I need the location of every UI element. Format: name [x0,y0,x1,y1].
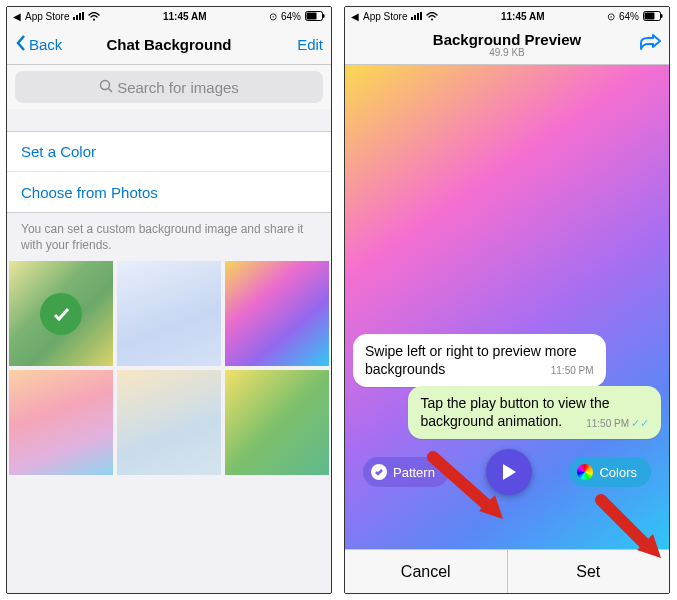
svg-point-6 [431,18,433,20]
battery-icon [305,11,325,21]
message-text: Tap the play button to view the backgrou… [420,395,609,429]
background-tile[interactable] [225,261,329,366]
message-time: 11:50 PM [551,365,594,378]
play-button[interactable] [486,449,532,495]
chat-background-screen: ◀ App Store 11:45 AM ⊙ 64% Back Chat Bac… [6,6,332,594]
svg-rect-9 [661,14,663,18]
wifi-icon [426,12,438,21]
svg-rect-8 [644,13,654,20]
alarm-icon: ⊙ [607,11,615,22]
signal-icon [73,12,84,20]
wifi-icon [88,12,100,21]
play-icon [500,462,518,482]
svg-line-5 [109,88,113,92]
svg-rect-2 [306,13,316,20]
message-text: Swipe left or right to preview more back… [365,343,577,377]
set-button[interactable]: Set [507,550,670,593]
check-icon [371,464,387,480]
message-bubble-incoming: Swipe left or right to preview more back… [353,334,606,387]
page-subtitle: 49.9 KB [345,47,669,58]
battery-pct: 64% [619,11,639,22]
background-tile[interactable] [117,370,221,475]
preview-controls: Pattern Colors [345,449,669,495]
colors-button[interactable]: Colors [569,457,651,487]
share-icon [639,34,661,55]
pattern-label: Pattern [393,465,435,480]
selected-check-icon [40,293,82,335]
status-bar: ◀ App Store 11:45 AM ⊙ 64% [345,7,669,25]
color-wheel-icon [577,464,593,480]
search-icon [99,79,113,96]
page-title-text: Background Preview [433,31,581,48]
chevron-left-icon [15,34,27,55]
set-a-color-cell[interactable]: Set a Color [7,132,331,172]
message-time: 11:50 PM [586,418,629,429]
status-source: App Store [25,11,69,22]
battery-pct: 64% [281,11,301,22]
page-title: Background Preview 49.9 KB [345,31,669,58]
svg-rect-3 [323,14,325,18]
svg-point-4 [101,80,110,89]
background-tile[interactable] [9,261,113,366]
preview-area[interactable]: Swipe left or right to preview more back… [345,65,669,549]
status-source: App Store [363,11,407,22]
signal-icon [411,12,422,20]
search-input[interactable]: Search for images [15,71,323,103]
helper-text: You can set a custom background image an… [7,213,331,261]
read-ticks-icon: ✓✓ [631,417,649,429]
colors-label: Colors [599,465,637,480]
background-tile[interactable] [225,370,329,475]
cancel-button[interactable]: Cancel [345,550,507,593]
choose-from-photos-cell[interactable]: Choose from Photos [7,172,331,212]
battery-icon [643,11,663,21]
back-button[interactable]: Back [15,34,62,55]
message-bubble-outgoing: Tap the play button to view the backgrou… [408,386,661,439]
status-time: 11:45 AM [163,11,207,22]
pattern-button[interactable]: Pattern [363,457,449,487]
nav-bar: Back Chat Background Edit [7,25,331,65]
footer-bar: Cancel Set [345,549,669,593]
background-tile[interactable] [9,370,113,475]
back-triangle-icon: ◀ [351,11,359,22]
back-triangle-icon: ◀ [13,11,21,22]
background-tile[interactable] [117,261,221,366]
edit-button[interactable]: Edit [297,36,323,53]
status-time: 11:45 AM [501,11,545,22]
back-label: Back [29,36,62,53]
share-button[interactable] [639,34,661,55]
nav-bar: Background Preview 49.9 KB [345,25,669,65]
svg-point-0 [93,18,95,20]
background-grid [7,261,331,475]
alarm-icon: ⊙ [269,11,277,22]
status-bar: ◀ App Store 11:45 AM ⊙ 64% [7,7,331,25]
background-preview-screen: ◀ App Store 11:45 AM ⊙ 64% Background Pr… [344,6,670,594]
options-list: Set a Color Choose from Photos [7,131,331,213]
search-placeholder: Search for images [117,79,239,96]
